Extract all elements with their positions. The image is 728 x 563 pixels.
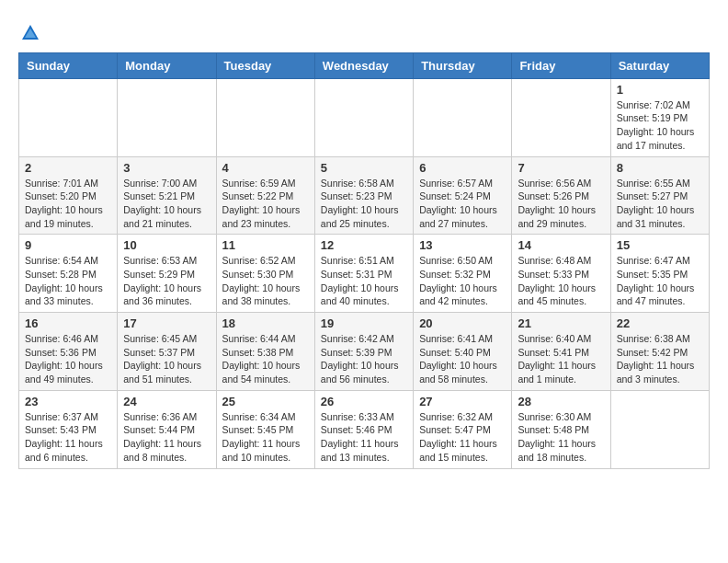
calendar-cell: 27Sunrise: 6:32 AMSunset: 5:47 PMDayligh…	[414, 390, 512, 468]
day-info: Sunrise: 6:51 AMSunset: 5:31 PMDaylight:…	[321, 254, 407, 308]
col-header-sunday: Sunday	[19, 52, 118, 78]
day-info: Sunrise: 6:38 AMSunset: 5:42 PMDaylight:…	[617, 332, 703, 386]
calendar-cell: 11Sunrise: 6:52 AMSunset: 5:30 PMDayligh…	[216, 235, 314, 313]
calendar-week-4: 16Sunrise: 6:46 AMSunset: 5:36 PMDayligh…	[19, 313, 710, 391]
calendar-cell: 15Sunrise: 6:47 AMSunset: 5:35 PMDayligh…	[610, 235, 709, 313]
calendar-cell: 9Sunrise: 6:54 AMSunset: 5:28 PMDaylight…	[19, 235, 118, 313]
day-number: 26	[321, 395, 407, 408]
day-number: 19	[321, 316, 407, 330]
calendar-week-3: 9Sunrise: 6:54 AMSunset: 5:28 PMDaylight…	[19, 235, 710, 313]
calendar-cell	[414, 78, 512, 156]
day-number: 12	[321, 238, 407, 252]
calendar-cell: 13Sunrise: 6:50 AMSunset: 5:32 PMDayligh…	[414, 235, 512, 313]
calendar-cell: 5Sunrise: 6:58 AMSunset: 5:23 PMDaylight…	[314, 156, 413, 235]
day-number: 10	[123, 238, 210, 252]
day-info: Sunrise: 6:48 AMSunset: 5:33 PMDaylight:…	[518, 254, 604, 308]
day-number: 1	[617, 83, 703, 97]
calendar-cell: 7Sunrise: 6:56 AMSunset: 5:26 PMDaylight…	[512, 156, 610, 235]
logo-icon	[20, 23, 40, 43]
day-info: Sunrise: 6:50 AMSunset: 5:32 PMDaylight:…	[419, 254, 506, 308]
logo-text	[18, 18, 40, 43]
col-header-tuesday: Tuesday	[216, 52, 314, 78]
day-number: 8	[617, 161, 703, 175]
col-header-saturday: Saturday	[610, 52, 709, 78]
day-number: 17	[123, 316, 210, 330]
calendar-cell: 26Sunrise: 6:33 AMSunset: 5:46 PMDayligh…	[314, 390, 413, 468]
calendar-cell: 1Sunrise: 7:02 AMSunset: 5:19 PMDaylight…	[610, 78, 709, 156]
day-number: 7	[518, 161, 604, 175]
day-info: Sunrise: 6:47 AMSunset: 5:35 PMDaylight:…	[617, 254, 703, 308]
calendar-cell: 6Sunrise: 6:57 AMSunset: 5:24 PMDaylight…	[414, 156, 512, 235]
day-number: 25	[222, 395, 309, 408]
day-number: 21	[518, 316, 604, 330]
day-number: 27	[419, 395, 506, 408]
day-info: Sunrise: 6:46 AMSunset: 5:36 PMDaylight:…	[25, 332, 111, 386]
day-number: 13	[419, 238, 506, 252]
day-number: 28	[518, 395, 604, 408]
day-info: Sunrise: 6:59 AMSunset: 5:22 PMDaylight:…	[222, 177, 309, 231]
calendar-cell: 23Sunrise: 6:37 AMSunset: 5:43 PMDayligh…	[19, 390, 118, 468]
day-info: Sunrise: 7:02 AMSunset: 5:19 PMDaylight:…	[617, 98, 703, 153]
day-number: 22	[617, 316, 703, 330]
day-info: Sunrise: 6:32 AMSunset: 5:47 PMDaylight:…	[419, 410, 506, 465]
calendar-cell	[314, 78, 413, 156]
calendar-body: 1Sunrise: 7:02 AMSunset: 5:19 PMDaylight…	[19, 78, 710, 468]
calendar-cell: 24Sunrise: 6:36 AMSunset: 5:44 PMDayligh…	[118, 390, 216, 468]
calendar-week-1: 1Sunrise: 7:02 AMSunset: 5:19 PMDaylight…	[19, 78, 710, 156]
page-header	[18, 18, 710, 43]
calendar-week-5: 23Sunrise: 6:37 AMSunset: 5:43 PMDayligh…	[19, 390, 710, 468]
calendar-cell: 2Sunrise: 7:01 AMSunset: 5:20 PMDaylight…	[19, 156, 118, 235]
day-info: Sunrise: 6:55 AMSunset: 5:27 PMDaylight:…	[617, 177, 703, 231]
col-header-friday: Friday	[512, 52, 610, 78]
col-header-wednesday: Wednesday	[314, 52, 413, 78]
day-number: 15	[617, 238, 703, 252]
day-info: Sunrise: 6:34 AMSunset: 5:45 PMDaylight:…	[222, 410, 309, 465]
day-info: Sunrise: 6:45 AMSunset: 5:37 PMDaylight:…	[123, 332, 210, 386]
calendar-cell: 12Sunrise: 6:51 AMSunset: 5:31 PMDayligh…	[314, 235, 413, 313]
col-header-thursday: Thursday	[414, 52, 512, 78]
day-number: 3	[123, 161, 210, 175]
day-info: Sunrise: 7:01 AMSunset: 5:20 PMDaylight:…	[25, 177, 111, 231]
calendar-week-2: 2Sunrise: 7:01 AMSunset: 5:20 PMDaylight…	[19, 156, 710, 235]
day-number: 18	[222, 316, 309, 330]
calendar-cell: 18Sunrise: 6:44 AMSunset: 5:38 PMDayligh…	[216, 313, 314, 391]
calendar-cell: 25Sunrise: 6:34 AMSunset: 5:45 PMDayligh…	[216, 390, 314, 468]
day-number: 20	[419, 316, 506, 330]
day-number: 2	[25, 161, 111, 175]
calendar-cell: 4Sunrise: 6:59 AMSunset: 5:22 PMDaylight…	[216, 156, 314, 235]
day-info: Sunrise: 6:36 AMSunset: 5:44 PMDaylight:…	[123, 410, 210, 465]
calendar-cell	[216, 78, 314, 156]
day-info: Sunrise: 6:53 AMSunset: 5:29 PMDaylight:…	[123, 254, 210, 308]
day-info: Sunrise: 7:00 AMSunset: 5:21 PMDaylight:…	[123, 177, 210, 231]
day-info: Sunrise: 6:54 AMSunset: 5:28 PMDaylight:…	[25, 254, 111, 308]
calendar-cell: 3Sunrise: 7:00 AMSunset: 5:21 PMDaylight…	[118, 156, 216, 235]
calendar-cell: 22Sunrise: 6:38 AMSunset: 5:42 PMDayligh…	[610, 313, 709, 391]
day-number: 9	[25, 238, 111, 252]
day-number: 4	[222, 161, 309, 175]
calendar-cell: 16Sunrise: 6:46 AMSunset: 5:36 PMDayligh…	[19, 313, 118, 391]
day-info: Sunrise: 6:44 AMSunset: 5:38 PMDaylight:…	[222, 332, 309, 386]
calendar-cell: 20Sunrise: 6:41 AMSunset: 5:40 PMDayligh…	[414, 313, 512, 391]
calendar-cell: 14Sunrise: 6:48 AMSunset: 5:33 PMDayligh…	[512, 235, 610, 313]
calendar-cell: 21Sunrise: 6:40 AMSunset: 5:41 PMDayligh…	[512, 313, 610, 391]
calendar-cell: 10Sunrise: 6:53 AMSunset: 5:29 PMDayligh…	[118, 235, 216, 313]
day-number: 11	[222, 238, 309, 252]
day-info: Sunrise: 6:41 AMSunset: 5:40 PMDaylight:…	[419, 332, 506, 386]
day-number: 16	[25, 316, 111, 330]
col-header-monday: Monday	[118, 52, 216, 78]
calendar-cell	[512, 78, 610, 156]
calendar-cell: 28Sunrise: 6:30 AMSunset: 5:48 PMDayligh…	[512, 390, 610, 468]
day-number: 24	[123, 395, 210, 408]
day-info: Sunrise: 6:58 AMSunset: 5:23 PMDaylight:…	[321, 177, 407, 231]
calendar-cell: 17Sunrise: 6:45 AMSunset: 5:37 PMDayligh…	[118, 313, 216, 391]
day-info: Sunrise: 6:33 AMSunset: 5:46 PMDaylight:…	[321, 410, 407, 465]
day-info: Sunrise: 6:57 AMSunset: 5:24 PMDaylight:…	[419, 177, 506, 231]
calendar-cell	[19, 78, 118, 156]
day-info: Sunrise: 6:30 AMSunset: 5:48 PMDaylight:…	[518, 410, 604, 465]
calendar-table: SundayMondayTuesdayWednesdayThursdayFrid…	[18, 52, 710, 469]
day-number: 5	[321, 161, 407, 175]
logo	[18, 18, 40, 43]
day-number: 14	[518, 238, 604, 252]
calendar-cell: 19Sunrise: 6:42 AMSunset: 5:39 PMDayligh…	[314, 313, 413, 391]
day-info: Sunrise: 6:52 AMSunset: 5:30 PMDaylight:…	[222, 254, 309, 308]
